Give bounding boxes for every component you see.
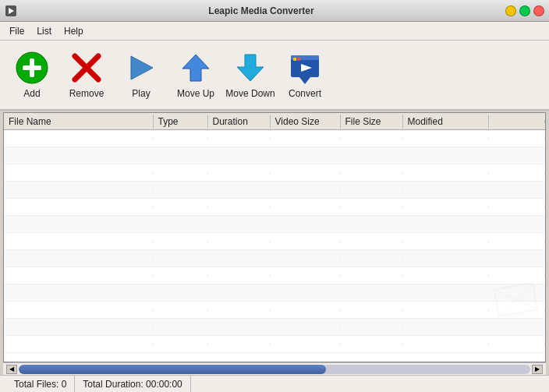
table-body — [4, 130, 545, 362]
title-bar: Leapic Media Converter — [0, 0, 549, 22]
scroll-track[interactable] — [19, 365, 530, 374]
close-button[interactable] — [533, 5, 544, 16]
add-label: Add — [23, 88, 40, 99]
remove-icon — [69, 51, 104, 85]
convert-button[interactable]: Convert — [279, 44, 331, 106]
total-duration-section: Total Duration: 00:00:00 — [75, 376, 190, 392]
table-row — [4, 267, 545, 284]
scroll-thumb[interactable] — [19, 365, 326, 374]
remove-label: Remove — [69, 88, 104, 99]
col-header-duration[interactable]: Duration — [208, 115, 271, 129]
table-row — [4, 216, 545, 233]
play-icon — [124, 51, 158, 85]
svg-rect-14 — [293, 58, 296, 61]
add-button[interactable]: Add — [6, 44, 58, 106]
play-button[interactable]: Play — [115, 44, 167, 106]
table-row — [4, 250, 545, 267]
move-down-label: Move Down — [225, 88, 274, 99]
table-row — [4, 302, 545, 319]
move-up-icon — [179, 51, 213, 85]
move-down-icon — [233, 51, 267, 85]
svg-rect-4 — [30, 58, 34, 77]
content-area: File Name Type Duration Video Size File … — [3, 112, 546, 375]
col-header-modified[interactable]: Modified — [403, 115, 489, 129]
status-bar: Total Files: 0 Total Duration: 00:00:00 — [0, 375, 549, 392]
col-header-filename[interactable]: File Name — [4, 115, 154, 129]
svg-marker-9 — [237, 55, 264, 81]
window-controls — [505, 5, 544, 16]
svg-rect-15 — [297, 58, 300, 61]
table-row — [4, 199, 545, 216]
svg-marker-7 — [131, 56, 153, 79]
col-header-extra — [489, 120, 546, 123]
svg-text:INSTALUJ.CZ: INSTALUJ.CZ — [498, 313, 533, 318]
table-row — [4, 164, 545, 182]
col-header-type[interactable]: Type — [154, 115, 208, 129]
table-row — [4, 182, 545, 199]
horizontal-scrollbar[interactable]: ◀ ▶ — [3, 362, 546, 375]
minimize-button[interactable] — [505, 5, 516, 16]
table-row — [4, 233, 545, 250]
svg-marker-8 — [182, 55, 209, 81]
watermark: INSTALUJ.CZ — [492, 274, 539, 321]
total-duration-label: Total Duration: 00:00:00 — [83, 379, 182, 390]
scroll-right-arrow[interactable]: ▶ — [532, 365, 543, 374]
add-icon — [15, 51, 49, 85]
convert-label: Convert — [289, 88, 321, 99]
menu-list[interactable]: List — [30, 24, 58, 38]
move-up-label: Move Up — [177, 88, 214, 99]
table-row — [4, 284, 545, 302]
table-row — [4, 319, 545, 336]
app-icon — [5, 5, 17, 17]
table-row — [4, 147, 545, 164]
toolbar: Add Remove Play — [0, 41, 549, 111]
play-label: Play — [132, 88, 150, 99]
move-down-button[interactable]: Move Down — [225, 44, 276, 106]
menu-bar: File List Help — [0, 22, 549, 41]
menu-file[interactable]: File — [3, 24, 30, 38]
move-up-button[interactable]: Move Up — [170, 44, 221, 106]
convert-icon — [288, 51, 322, 85]
scroll-left-arrow[interactable]: ◀ — [6, 365, 17, 374]
col-header-filesize[interactable]: File Size — [341, 115, 403, 129]
maximize-button[interactable] — [519, 5, 530, 16]
menu-help[interactable]: Help — [58, 24, 90, 38]
total-files-section: Total Files: 0 — [6, 376, 75, 392]
table-row — [4, 336, 545, 353]
svg-marker-12 — [299, 77, 310, 84]
col-header-videosize[interactable]: Video Size — [271, 115, 341, 129]
total-files-label: Total Files: 0 — [14, 379, 66, 390]
remove-button[interactable]: Remove — [61, 44, 112, 106]
table-row — [4, 130, 545, 147]
table-header: File Name Type Duration Video Size File … — [4, 113, 545, 130]
window-title: Leapic Media Converter — [17, 5, 505, 16]
